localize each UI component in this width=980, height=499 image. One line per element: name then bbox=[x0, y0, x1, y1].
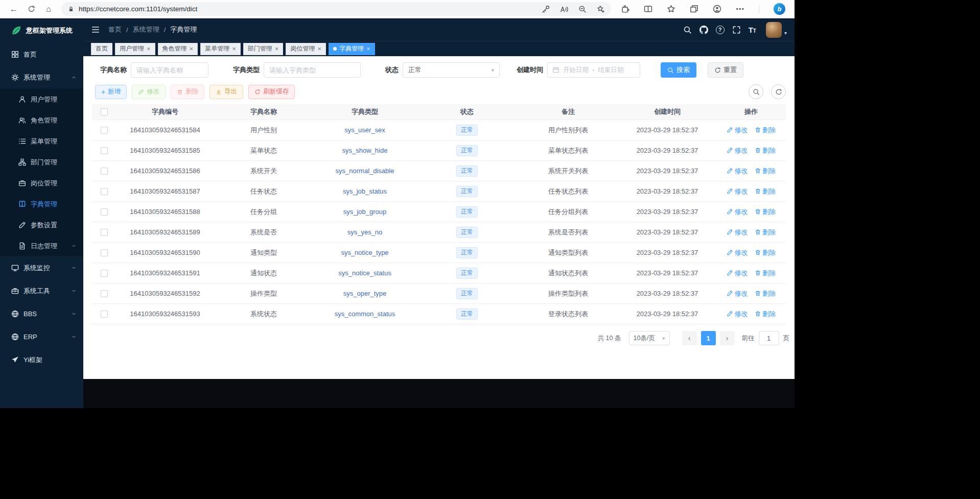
row-checkbox[interactable] bbox=[101, 147, 108, 154]
font-size-icon[interactable]: TT bbox=[749, 26, 756, 34]
delete-link[interactable]: 删除 bbox=[755, 248, 776, 257]
profile-icon[interactable] bbox=[713, 5, 721, 13]
sidebar-item-post-management[interactable]: 岗位管理 bbox=[0, 173, 83, 194]
add-button[interactable]: + 新增 bbox=[95, 85, 127, 99]
tab-close-icon[interactable]: × bbox=[190, 45, 194, 52]
edit-link[interactable]: 修改 bbox=[727, 310, 748, 319]
sidebar-item-bbs[interactable]: BBS bbox=[0, 302, 83, 325]
dict-type-link[interactable]: sys_notice_status bbox=[338, 269, 391, 277]
edit-link[interactable]: 修改 bbox=[727, 269, 748, 278]
goto-page-input[interactable] bbox=[759, 331, 779, 345]
sidebar-item-user-management[interactable]: 用户管理 bbox=[0, 89, 83, 110]
zoom-out-icon[interactable] bbox=[578, 5, 587, 13]
sidebar-item-yi-framework[interactable]: Yi框架 bbox=[0, 348, 83, 371]
favorites-icon[interactable] bbox=[667, 5, 675, 13]
edit-link[interactable]: 修改 bbox=[727, 207, 748, 217]
edit-link[interactable]: 修改 bbox=[727, 248, 748, 257]
row-checkbox[interactable] bbox=[101, 270, 108, 277]
prev-page-button[interactable]: ‹ bbox=[682, 331, 697, 345]
tab-dept-management[interactable]: 部门管理 × bbox=[243, 43, 284, 55]
edit-link[interactable]: 修改 bbox=[727, 126, 748, 135]
tab-menu-management[interactable]: 菜单管理 × bbox=[200, 43, 241, 55]
help-icon[interactable]: ? bbox=[716, 26, 725, 34]
delete-link[interactable]: 删除 bbox=[755, 228, 776, 237]
sidebar-item-system-monitor[interactable]: 系统监控 bbox=[0, 256, 83, 279]
row-checkbox[interactable] bbox=[101, 127, 108, 134]
delete-link[interactable]: 删除 bbox=[755, 126, 776, 135]
bing-discover-icon[interactable]: b bbox=[774, 3, 785, 15]
delete-link[interactable]: 删除 bbox=[755, 289, 776, 298]
dict-type-link[interactable]: sys_user_sex bbox=[344, 126, 385, 134]
edit-link[interactable]: 修改 bbox=[727, 228, 748, 237]
dict-type-link[interactable]: sys_show_hide bbox=[342, 147, 388, 154]
row-checkbox[interactable] bbox=[101, 168, 108, 175]
row-checkbox[interactable] bbox=[101, 208, 108, 216]
sidebar-item-dept-management[interactable]: 部门管理 bbox=[0, 152, 83, 173]
select-all-checkbox[interactable] bbox=[101, 108, 108, 115]
tab-close-icon[interactable]: × bbox=[232, 45, 236, 52]
sidebar-item-system-management[interactable]: 系统管理 bbox=[0, 66, 83, 89]
extensions-icon[interactable] bbox=[621, 5, 629, 13]
sidebar-item-log-management[interactable]: 日志管理 bbox=[0, 235, 83, 256]
sidebar-item-system-tools[interactable]: 系统工具 bbox=[0, 279, 83, 302]
dict-type-link[interactable]: sys_yes_no bbox=[347, 228, 383, 236]
tab-close-icon[interactable]: × bbox=[275, 45, 279, 52]
dict-type-link[interactable]: sys_oper_type bbox=[343, 290, 387, 297]
tab-close-icon[interactable]: × bbox=[317, 45, 321, 52]
row-checkbox[interactable] bbox=[101, 311, 108, 318]
collapse-sidebar-icon[interactable] bbox=[91, 25, 100, 34]
breadcrumb-item-home[interactable]: 首页 bbox=[108, 25, 122, 34]
edit-button[interactable]: 修改 bbox=[132, 85, 166, 99]
delete-link[interactable]: 删除 bbox=[755, 310, 776, 319]
sidebar-item-dict-management[interactable]: 字典管理 bbox=[0, 194, 83, 215]
user-avatar[interactable] bbox=[766, 22, 782, 38]
edit-link[interactable]: 修改 bbox=[727, 289, 748, 298]
delete-button[interactable]: 删除 bbox=[171, 85, 204, 99]
dict-type-link[interactable]: sys_normal_disable bbox=[336, 167, 394, 175]
page-size-select[interactable]: 10条/页 ▾ bbox=[629, 331, 670, 345]
dict-name-input[interactable] bbox=[131, 62, 208, 78]
address-bar[interactable]: https://ccnetcore.com:1101/system/dict bbox=[61, 2, 611, 16]
delete-link[interactable]: 删除 bbox=[755, 269, 776, 278]
delete-link[interactable]: 删除 bbox=[755, 187, 776, 196]
date-end-placeholder[interactable]: 结束日期 bbox=[598, 66, 623, 75]
delete-link[interactable]: 删除 bbox=[755, 167, 776, 176]
dict-type-link[interactable]: sys_notice_type bbox=[341, 249, 388, 256]
edit-link[interactable]: 修改 bbox=[727, 146, 748, 155]
refresh-button[interactable] bbox=[24, 2, 39, 17]
delete-link[interactable]: 删除 bbox=[755, 207, 776, 217]
export-button[interactable]: 导出 bbox=[209, 85, 243, 99]
reset-button[interactable]: 重置 bbox=[708, 62, 743, 78]
row-checkbox[interactable] bbox=[101, 188, 108, 195]
read-aloud-icon[interactable] bbox=[560, 5, 568, 13]
tab-dict-management[interactable]: 字典管理 × bbox=[329, 43, 375, 55]
search-button[interactable]: 搜索 bbox=[661, 62, 696, 78]
back-button[interactable]: ← bbox=[6, 2, 21, 17]
breadcrumb-item-system[interactable]: 系统管理 bbox=[133, 25, 159, 34]
tab-close-icon[interactable]: × bbox=[366, 45, 370, 52]
avatar-caret-icon[interactable]: ▾ bbox=[784, 30, 787, 36]
tab-home[interactable]: 首页 bbox=[91, 43, 112, 55]
refresh-cache-button[interactable]: 刷新缓存 bbox=[248, 85, 295, 99]
sidebar-item-home[interactable]: 首页 bbox=[0, 43, 83, 66]
date-range-picker[interactable]: 开始日期 - 结束日期 bbox=[547, 62, 640, 78]
url-text[interactable]: https://ccnetcore.com:1101/system/dict bbox=[79, 5, 197, 13]
row-checkbox[interactable] bbox=[101, 249, 108, 256]
tab-role-management[interactable]: 角色管理 × bbox=[158, 43, 198, 55]
github-icon[interactable] bbox=[699, 26, 708, 34]
toggle-search-button[interactable] bbox=[749, 84, 763, 99]
row-checkbox[interactable] bbox=[101, 290, 108, 297]
sidebar-item-param-settings[interactable]: 参数设置 bbox=[0, 215, 83, 235]
dict-type-input[interactable] bbox=[264, 62, 361, 78]
delete-link[interactable]: 删除 bbox=[755, 146, 776, 155]
tab-post-management[interactable]: 岗位管理 × bbox=[286, 43, 326, 55]
tab-close-icon[interactable]: × bbox=[147, 45, 151, 52]
more-options-icon[interactable]: ⋯ bbox=[736, 4, 744, 14]
status-select[interactable]: 正常 ▾ bbox=[403, 62, 500, 78]
password-key-icon[interactable] bbox=[542, 5, 550, 13]
sidebar-item-role-management[interactable]: 角色管理 bbox=[0, 110, 83, 131]
tab-user-management[interactable]: 用户管理 × bbox=[115, 43, 155, 55]
edit-link[interactable]: 修改 bbox=[727, 187, 748, 196]
fullscreen-icon[interactable] bbox=[732, 26, 741, 34]
search-icon[interactable] bbox=[683, 26, 692, 34]
